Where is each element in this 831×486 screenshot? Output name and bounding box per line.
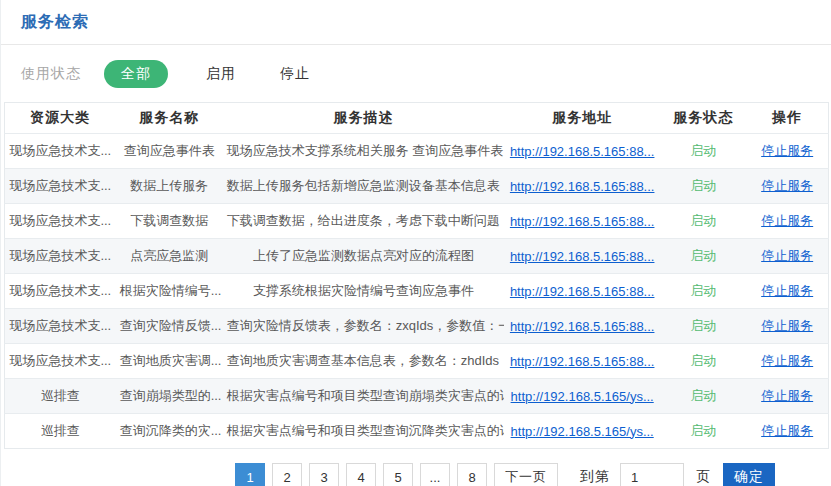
cell-service-status: 启动 [660, 134, 746, 169]
header-service-description: 服务描述 [223, 103, 504, 134]
table-row: 现场应急技术支...下载调查数据下载调查数据，给出进度条，考虑下载中断问题；删.… [5, 204, 829, 239]
cell-operation: 停止服务 [746, 309, 828, 344]
stop-service-link[interactable]: 停止服务 [761, 283, 813, 298]
service-url-link[interactable]: http://192.168.5.165:88... [510, 354, 655, 369]
cell-operation: 停止服务 [746, 344, 828, 379]
cell-service-description: 根据灾害点编号和项目类型查询崩塌类灾害点的详细... [223, 379, 504, 414]
service-description-text: 上传了应急监测数据点亮对应的流程图 [253, 248, 474, 263]
service-url-link[interactable]: http://192.168.5.165/ys... [511, 424, 654, 439]
service-status-text: 启动 [690, 353, 716, 368]
filter-option-enabled[interactable]: 启用 [200, 60, 242, 88]
next-page-button[interactable]: 下一页 [494, 463, 558, 486]
page-ellipsis-button[interactable]: ... [420, 463, 450, 486]
goto-page-suffix: 页 [696, 468, 710, 486]
goto-page-input[interactable] [620, 463, 684, 486]
service-name-text: 查询沉降类的灾... [120, 423, 222, 438]
service-status-text: 启动 [690, 248, 716, 263]
service-status-text: 启动 [690, 143, 716, 158]
cell-resource-category: 现场应急技术支... [5, 274, 116, 309]
cell-service-status: 启动 [660, 239, 746, 274]
cell-service-url: http://192.168.5.165:88... [504, 134, 660, 169]
cell-service-description: 支撑系统根据灾险情编号查询应急事件 [223, 274, 504, 309]
cell-service-name: 查询地质灾害调... [116, 344, 223, 379]
service-name-text: 查询地质灾害调... [120, 353, 222, 368]
service-url-link[interactable]: http://192.168.5.165:88... [510, 179, 655, 194]
cell-service-status: 启动 [660, 379, 746, 414]
service-name-text: 点亮应急监测 [130, 248, 208, 263]
cell-service-url: http://192.168.5.165:88... [504, 239, 660, 274]
service-status-text: 启动 [690, 423, 716, 438]
stop-service-link[interactable]: 停止服务 [761, 248, 813, 263]
filter-option-stopped[interactable]: 停止 [274, 60, 316, 88]
service-url-link[interactable]: http://192.168.5.165:88... [510, 284, 655, 299]
header-service-name: 服务名称 [116, 103, 223, 134]
filter-option-all[interactable]: 全部 [104, 60, 168, 88]
cell-resource-category: 现场应急技术支... [5, 169, 116, 204]
cell-service-status: 启动 [660, 204, 746, 239]
table-row: 巡排查查询沉降类的灾...根据灾害点编号和项目类型查询沉降类灾害点的详细...h… [5, 414, 829, 449]
cell-service-url: http://192.168.5.165/ys... [504, 414, 660, 449]
service-search-page: 服务检索 使用状态 全部 启用 停止 资源大类 服务名称 服务描述 服务地址 服… [0, 0, 831, 486]
service-url-link[interactable]: http://192.168.5.165:88... [510, 249, 655, 264]
header-resource-category: 资源大类 [5, 103, 116, 134]
cell-service-name: 数据上传服务 [116, 169, 223, 204]
cell-service-url: http://192.168.5.165:88... [504, 274, 660, 309]
stop-service-link[interactable]: 停止服务 [761, 143, 813, 158]
goto-page-prefix: 到第 [580, 468, 610, 486]
service-description-text: 下载调查数据，给出进度条，考虑下载中断问题；删... [227, 213, 504, 228]
stop-service-link[interactable]: 停止服务 [761, 353, 813, 368]
status-filter-bar: 使用状态 全部 启用 停止 [1, 45, 831, 102]
pagination-bar: 12345...8 下一页 到第 页 确定 [1, 463, 831, 486]
cell-service-name: 根据灾险情编号... [116, 274, 223, 309]
resource-category-text: 巡排查 [41, 388, 80, 403]
service-description-text: 根据灾害点编号和项目类型查询崩塌类灾害点的详细... [227, 388, 504, 403]
stop-service-link[interactable]: 停止服务 [761, 213, 813, 228]
cell-operation: 停止服务 [746, 169, 828, 204]
cell-resource-category: 现场应急技术支... [5, 309, 116, 344]
header-service-status: 服务状态 [660, 103, 746, 134]
page-number-button-8[interactable]: 8 [457, 463, 487, 486]
cell-service-url: http://192.168.5.165:88... [504, 169, 660, 204]
service-url-link[interactable]: http://192.168.5.165:88... [510, 214, 655, 229]
cell-service-url: http://192.168.5.165:88... [504, 309, 660, 344]
resource-category-text: 现场应急技术支... [9, 318, 111, 333]
confirm-button[interactable]: 确定 [723, 463, 775, 486]
cell-service-description: 现场应急技术支撑系统相关服务 查询应急事件表 [223, 134, 504, 169]
filter-label: 使用状态 [21, 65, 81, 83]
service-name-text: 数据上传服务 [130, 178, 208, 193]
stop-service-link[interactable]: 停止服务 [761, 388, 813, 403]
cell-resource-category: 巡排查 [5, 379, 116, 414]
page-number-button-1[interactable]: 1 [235, 463, 265, 486]
cell-service-name: 查询崩塌类型的... [116, 379, 223, 414]
table-row: 现场应急技术支...查询地质灾害调...查询地质灾害调查基本信息表，参数名：zh… [5, 344, 829, 379]
page-number-button-2[interactable]: 2 [272, 463, 302, 486]
stop-service-link[interactable]: 停止服务 [761, 178, 813, 193]
service-name-text: 下载调查数据 [130, 213, 208, 228]
table-row: 现场应急技术支...根据灾险情编号...支撑系统根据灾险情编号查询应急事件htt… [5, 274, 829, 309]
cell-resource-category: 现场应急技术支... [5, 344, 116, 379]
page-number-button-4[interactable]: 4 [346, 463, 376, 486]
cell-service-name: 查询应急事件表 [116, 134, 223, 169]
page-number-button-5[interactable]: 5 [383, 463, 413, 486]
cell-service-name: 查询沉降类的灾... [116, 414, 223, 449]
header-operation: 操作 [746, 103, 828, 134]
service-url-link[interactable]: http://192.168.5.165:88... [510, 144, 655, 159]
stop-service-link[interactable]: 停止服务 [761, 318, 813, 333]
cell-operation: 停止服务 [746, 274, 828, 309]
resource-category-text: 现场应急技术支... [9, 283, 111, 298]
cell-service-name: 查询灾险情反馈... [116, 309, 223, 344]
cell-service-status: 启动 [660, 414, 746, 449]
resource-category-text: 现场应急技术支... [9, 213, 111, 228]
cell-service-status: 启动 [660, 309, 746, 344]
cell-service-description: 下载调查数据，给出进度条，考虑下载中断问题；删... [223, 204, 504, 239]
table-row: 巡排查查询崩塌类型的...根据灾害点编号和项目类型查询崩塌类灾害点的详细...h… [5, 379, 829, 414]
service-name-text: 查询崩塌类型的... [120, 388, 222, 403]
stop-service-link[interactable]: 停止服务 [761, 423, 813, 438]
service-url-link[interactable]: http://192.168.5.165/ys... [511, 389, 654, 404]
cell-resource-category: 巡排查 [5, 414, 116, 449]
service-status-text: 启动 [690, 178, 716, 193]
service-name-text: 查询灾险情反馈... [120, 318, 222, 333]
page-number-button-3[interactable]: 3 [309, 463, 339, 486]
service-name-text: 查询应急事件表 [124, 143, 215, 158]
service-url-link[interactable]: http://192.168.5.165:88... [510, 319, 655, 334]
